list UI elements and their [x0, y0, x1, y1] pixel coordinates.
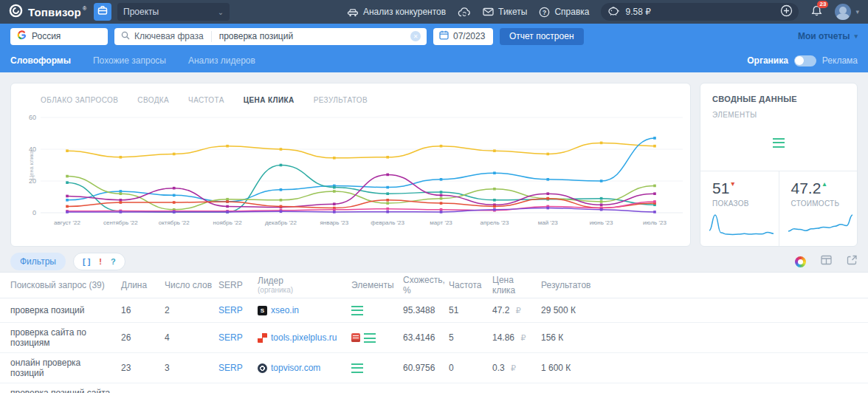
cloud-sync-button[interactable]	[458, 7, 471, 18]
chart-tab-cpc[interactable]: ЦЕНА КЛИКА	[244, 96, 294, 104]
serp-link[interactable]: SERP	[218, 363, 243, 373]
leader-link[interactable]: xseo.in	[271, 305, 299, 315]
cpc-value: 14.86 ₽	[492, 328, 541, 347]
svg-text:июль '23: июль '23	[643, 219, 666, 226]
chart-tab-results[interactable]: РЕЗУЛЬТАТОВ	[314, 96, 368, 104]
similarity-value: 60.9756	[403, 358, 449, 377]
chevron-down-icon: ⌄	[218, 8, 224, 16]
chart-tabs: ОБЛАКО ЗАПРОСОВ СВОДКА ЧАСТОТА ЦЕНА КЛИК…	[11, 83, 690, 104]
svg-text:?: ?	[542, 8, 546, 16]
tab-leader-analysis[interactable]: Анализ лидеров	[188, 55, 255, 66]
clear-input-icon[interactable]: ✕	[410, 31, 421, 41]
region-value: Россия	[32, 31, 61, 41]
help-link[interactable]: ? Справка	[539, 7, 589, 18]
table-row[interactable]: проверка позиций сайта в поисковиках365S…	[0, 383, 868, 393]
piggy-bank-icon	[607, 6, 620, 18]
xseo-favicon: S	[258, 306, 267, 315]
organic-ads-toggle[interactable]	[794, 55, 816, 66]
account-menu[interactable]	[835, 4, 851, 20]
add-funds-icon[interactable]	[780, 4, 793, 19]
length-value: 16	[121, 301, 165, 320]
svg-text:январь '23: январь '23	[320, 219, 349, 226]
table-row[interactable]: проверка сайта по позициям264SERPtools.p…	[0, 323, 868, 353]
color-wheel-icon[interactable]	[795, 256, 806, 267]
col-leader[interactable]: Лидер(органика)	[258, 276, 351, 295]
similarity-value: 95.3488	[403, 301, 449, 320]
competitor-analysis-link[interactable]: Анализ конкурентов	[347, 7, 446, 17]
chevron-down-icon: ▾	[854, 33, 858, 40]
report-built-button[interactable]: Отчет построен	[500, 28, 584, 45]
cost-value: 47.2	[791, 180, 822, 197]
search-bar: Россия Ключевая фраза ✕ 07/2023 Отчет по…	[0, 24, 868, 49]
brackets-filter[interactable]: [ ]	[83, 257, 90, 266]
results-value: 1 600 К	[541, 358, 868, 377]
envelope-icon	[483, 7, 494, 16]
svg-text:март '23: март '23	[430, 219, 452, 226]
projects-case-button[interactable]	[94, 3, 111, 21]
elements-icons	[351, 389, 403, 393]
col-results[interactable]: Результатов	[541, 280, 868, 290]
serp-link[interactable]: SERP	[218, 332, 243, 343]
query-text: проверка позиций сайта в поисковиках	[10, 383, 121, 393]
svg-text:октябрь '22: октябрь '22	[159, 219, 190, 226]
balance-pill[interactable]: 9.58 ₽	[601, 3, 799, 21]
table-row[interactable]: онлайн проверка позиций233SERPtopvisor.c…	[0, 353, 868, 383]
export-icon[interactable]	[847, 255, 858, 268]
query-text: проверка сайта по позициям	[10, 323, 121, 352]
leader-link[interactable]: tools.pixelplus.ru	[271, 332, 337, 343]
notifications-button[interactable]: 23	[810, 4, 823, 20]
queries-table: Поисковый запрос (39) Длина Число слов S…	[0, 272, 868, 393]
question-filter[interactable]: ?	[111, 257, 116, 266]
col-query[interactable]: Поисковый запрос (39)	[10, 280, 121, 290]
region-selector[interactable]: Россия	[10, 28, 108, 45]
impressions-sparkline	[706, 211, 776, 242]
col-cpc[interactable]: Цена клика	[492, 275, 541, 295]
chart-tab-summary[interactable]: СВОДКА	[137, 96, 169, 104]
col-words[interactable]: Число слов	[165, 280, 218, 290]
col-serp[interactable]: SERP	[218, 280, 258, 290]
serp-link[interactable]: SERP	[218, 305, 243, 315]
length-value: 36	[121, 389, 165, 393]
notifications-badge: 23	[817, 1, 828, 9]
results-value: 29 500 К	[541, 301, 868, 320]
col-similarity[interactable]: Схожесть, %	[403, 275, 449, 295]
keyword-input[interactable]	[212, 31, 410, 41]
topvisor-logo[interactable]: Топвизор ®	[9, 4, 86, 21]
tickets-link[interactable]: Тикеты	[483, 7, 527, 17]
table-columns-icon[interactable]	[821, 255, 832, 268]
snippet-list-icon	[351, 306, 363, 315]
svg-text:август '22: август '22	[54, 219, 80, 226]
col-elements[interactable]: Элементы	[351, 280, 403, 290]
organic-label[interactable]: Органика	[747, 55, 788, 66]
svg-text:Цена клика: Цена клика	[28, 150, 35, 180]
projects-dropdown[interactable]: Проекты ⌄	[117, 3, 230, 21]
words-value: 4	[165, 328, 218, 347]
tab-similar-queries[interactable]: Похожие запросы	[93, 55, 166, 66]
chart-tab-frequency[interactable]: ЧАСТОТА	[188, 96, 224, 104]
my-reports-menu[interactable]: Мои отчеты ▾	[798, 31, 858, 41]
topvisor-logo-icon	[9, 4, 23, 21]
balance-amount: 9.58 ₽	[625, 7, 650, 17]
leader-link[interactable]: topvisor.com	[271, 363, 320, 373]
table-row[interactable]: проверка позиций162SERPSxseo.in95.348851…	[0, 298, 868, 323]
query-text: проверка позиций	[10, 301, 121, 320]
svg-text:60: 60	[29, 114, 36, 121]
impressions-label: ПОКАЗОВ	[712, 199, 779, 208]
topvisor-favicon	[258, 363, 267, 373]
col-frequency[interactable]: Частота	[449, 280, 492, 290]
cost-sparkline	[785, 211, 855, 242]
ads-label[interactable]: Реклама	[822, 55, 858, 66]
filters-button[interactable]: Фильтры	[10, 253, 66, 270]
col-length[interactable]: Длина	[121, 280, 165, 290]
svg-text:декабрь '22: декабрь '22	[265, 219, 297, 226]
exclaim-filter[interactable]: !	[99, 257, 102, 266]
cpc-value: 9.09 ₽	[492, 389, 541, 393]
date-selector[interactable]: 07/2023	[433, 28, 493, 45]
chart-tab-query-cloud[interactable]: ОБЛАКО ЗАПРОСОВ	[41, 96, 118, 104]
keyword-label: Ключевая фраза	[121, 31, 212, 42]
words-value: 2	[165, 301, 218, 320]
words-value: 3	[165, 358, 218, 377]
keyword-input-box[interactable]: Ключевая фраза ✕	[114, 28, 427, 45]
briefcase-icon	[97, 5, 108, 18]
tab-wordforms[interactable]: Словоформы	[10, 55, 71, 66]
